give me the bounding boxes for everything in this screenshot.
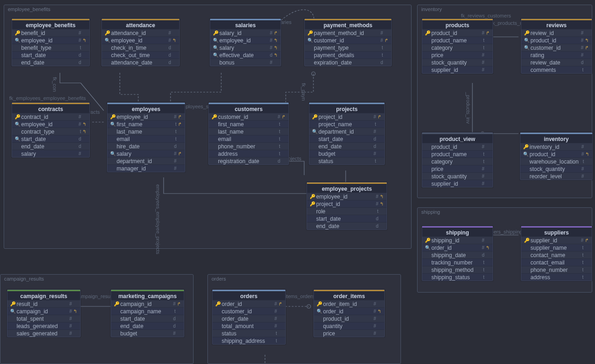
- column-row[interactable]: rating #: [521, 51, 592, 59]
- column-row[interactable]: address t: [521, 273, 592, 281]
- entity-marketing-campaigns[interactable]: marketing_campaigns 🔑 campaign_id # ↱ ca…: [111, 289, 184, 337]
- column-row[interactable]: leads_generated #: [7, 322, 80, 329]
- column-row[interactable]: last_name t: [209, 128, 289, 135]
- column-row[interactable]: 🔍 order_id # ↰: [314, 307, 384, 315]
- column-row[interactable]: attendance_date d: [102, 59, 179, 66]
- column-row[interactable]: 🔍 effective_date d ↰: [210, 51, 281, 59]
- column-row[interactable]: registration_date d: [209, 157, 289, 164]
- column-row[interactable]: 🔑 supplier_id # ↱: [521, 236, 592, 244]
- column-row[interactable]: end_date d: [309, 142, 384, 150]
- entity-orders[interactable]: orders 🔑 order_id # ↱ customer_id # orde…: [212, 289, 286, 345]
- column-row[interactable]: warehouse_location t: [520, 158, 592, 165]
- column-row[interactable]: manager_id #: [107, 164, 185, 172]
- column-row[interactable]: 🔍 salary # ↱: [107, 150, 185, 157]
- column-row[interactable]: tracking_number t: [422, 258, 493, 266]
- column-row[interactable]: supplier_id #: [422, 66, 493, 73]
- column-row[interactable]: product_id #: [422, 143, 493, 150]
- entity-order-items[interactable]: order_items 🔑 order_item_id # 🔍 order_id…: [313, 289, 385, 337]
- column-row[interactable]: project_name t: [309, 120, 384, 128]
- entity-products[interactable]: products 🔑 product_id # ↱ product_name t…: [422, 18, 493, 74]
- entity-product-view[interactable]: product_view product_id # product_name t…: [422, 132, 493, 188]
- column-row[interactable]: shipping_date d: [422, 251, 493, 258]
- column-row[interactable]: 🔑 employee_id # ↰: [307, 193, 387, 200]
- column-row[interactable]: 🔑 order_item_id #: [314, 300, 384, 307]
- column-row[interactable]: check_in_time d: [102, 44, 179, 51]
- column-row[interactable]: benefit_type t: [12, 44, 89, 51]
- column-row[interactable]: product_name t: [422, 150, 493, 158]
- column-row[interactable]: department_id #: [107, 157, 185, 164]
- column-row[interactable]: 🔑 salary_id # ↱: [210, 29, 281, 36]
- column-row[interactable]: 🔍 customer_id # ↱: [305, 36, 391, 44]
- column-row[interactable]: 🔍 employee_id # ↰: [102, 36, 179, 44]
- column-row[interactable]: end_date d: [12, 59, 89, 66]
- column-row[interactable]: total_spent #: [7, 315, 80, 322]
- column-row[interactable]: salary #: [12, 150, 89, 157]
- column-row[interactable]: 🔍 first_name t ↱: [107, 120, 185, 128]
- column-row[interactable]: phone_number t: [209, 142, 289, 150]
- entity-payment-methods[interactable]: payment_methods 🔑 payment_method_id # 🔍 …: [304, 18, 392, 66]
- column-row[interactable]: contract_type t ↰: [12, 128, 89, 135]
- entity-employee-projects[interactable]: employee_projects 🔑 employee_id # ↰ 🔑 pr…: [306, 182, 387, 230]
- column-row[interactable]: 🔍 employee_id # ↰: [210, 36, 281, 44]
- column-row[interactable]: status t: [309, 157, 384, 164]
- column-row[interactable]: expiration_date d: [305, 59, 391, 66]
- column-row[interactable]: price #: [314, 329, 384, 337]
- column-row[interactable]: email t: [209, 135, 289, 142]
- column-row[interactable]: start_date d: [111, 315, 184, 322]
- column-row[interactable]: product_name t: [422, 36, 493, 44]
- column-row[interactable]: 🔑 customer_id # ↱: [209, 113, 289, 120]
- column-row[interactable]: quantity #: [314, 322, 384, 329]
- column-row[interactable]: bonus #: [210, 59, 281, 66]
- column-row[interactable]: 🔑 order_id # ↱: [212, 300, 285, 307]
- column-row[interactable]: address t: [209, 150, 289, 157]
- column-row[interactable]: email t: [107, 135, 185, 142]
- column-row[interactable]: start_date d: [307, 215, 387, 222]
- column-row[interactable]: end_date d: [111, 322, 184, 329]
- entity-employees[interactable]: employees 🔑 employee_id # ↱ 🔍 first_name…: [107, 102, 185, 172]
- column-row[interactable]: role t: [307, 207, 387, 215]
- column-row[interactable]: 🔑 shipping_id #: [422, 236, 493, 244]
- column-row[interactable]: 🔑 contract_id #: [12, 113, 89, 120]
- column-row[interactable]: start_date d: [12, 51, 89, 59]
- column-row[interactable]: contact_name t: [521, 251, 592, 258]
- column-row[interactable]: 🔑 attendance_id #: [102, 29, 179, 36]
- column-row[interactable]: 🔑 review_id #: [521, 29, 592, 36]
- column-row[interactable]: hire_date d: [107, 142, 185, 150]
- column-row[interactable]: price #: [422, 165, 493, 172]
- column-row[interactable]: payment_details t: [305, 51, 391, 59]
- column-row[interactable]: first_name t: [209, 120, 289, 128]
- column-row[interactable]: comments t: [521, 66, 592, 73]
- column-row[interactable]: last_name t: [107, 128, 185, 135]
- column-row[interactable]: 🔍 campaign_id # ↰: [7, 307, 80, 315]
- entity-shipping[interactable]: shipping 🔑 shipping_id # 🔍 order_id # ↰ …: [422, 226, 493, 281]
- column-row[interactable]: shipping_address t: [212, 337, 285, 344]
- column-row[interactable]: 🔍 salary # ↰: [210, 44, 281, 51]
- column-row[interactable]: 🔑 project_id # ↱: [309, 113, 384, 120]
- column-row[interactable]: end_date d: [307, 222, 387, 229]
- column-row[interactable]: total_amount #: [212, 322, 285, 329]
- column-row[interactable]: 🔑 benefit_id #: [12, 29, 89, 36]
- entity-inventory[interactable]: inventory 🔑 inventory_id # 🔍 product_id …: [520, 132, 593, 180]
- column-row[interactable]: price #: [422, 51, 493, 59]
- column-row[interactable]: stock_quantity #: [422, 172, 493, 180]
- column-row[interactable]: budget #: [309, 150, 384, 157]
- entity-customers[interactable]: customers 🔑 customer_id # ↱ first_name t…: [208, 102, 289, 165]
- column-row[interactable]: order_date #: [212, 315, 285, 322]
- entity-projects[interactable]: projects 🔑 project_id # ↱ project_name t…: [309, 102, 385, 165]
- entity-suppliers[interactable]: suppliers 🔑 supplier_id # ↱ supplier_nam…: [521, 226, 592, 281]
- entity-contracts[interactable]: contracts 🔑 contract_id # 🔍 employee_id …: [12, 102, 90, 158]
- column-row[interactable]: phone_number t: [521, 266, 592, 273]
- column-row[interactable]: 🔑 project_id # ↰: [307, 200, 387, 207]
- entity-employee-benefits[interactable]: employee_benefits 🔑 benefit_id # 🔍 emplo…: [12, 18, 90, 66]
- column-row[interactable]: campaign_name t: [111, 307, 184, 315]
- column-row[interactable]: status t: [212, 329, 285, 337]
- column-row[interactable]: stock_quantity #: [520, 165, 592, 172]
- column-row[interactable]: 🔑 employee_id # ↱: [107, 113, 185, 120]
- column-row[interactable]: 🔍 customer_id # ↱: [521, 44, 592, 51]
- column-row[interactable]: 🔑 result_id #: [7, 300, 80, 307]
- column-row[interactable]: category t: [422, 158, 493, 165]
- column-row[interactable]: 🔍 product_id # ↰: [520, 150, 592, 158]
- column-row[interactable]: payment_type t: [305, 44, 391, 51]
- column-row[interactable]: shipping_status t: [422, 273, 493, 281]
- column-row[interactable]: customer_id #: [212, 307, 285, 315]
